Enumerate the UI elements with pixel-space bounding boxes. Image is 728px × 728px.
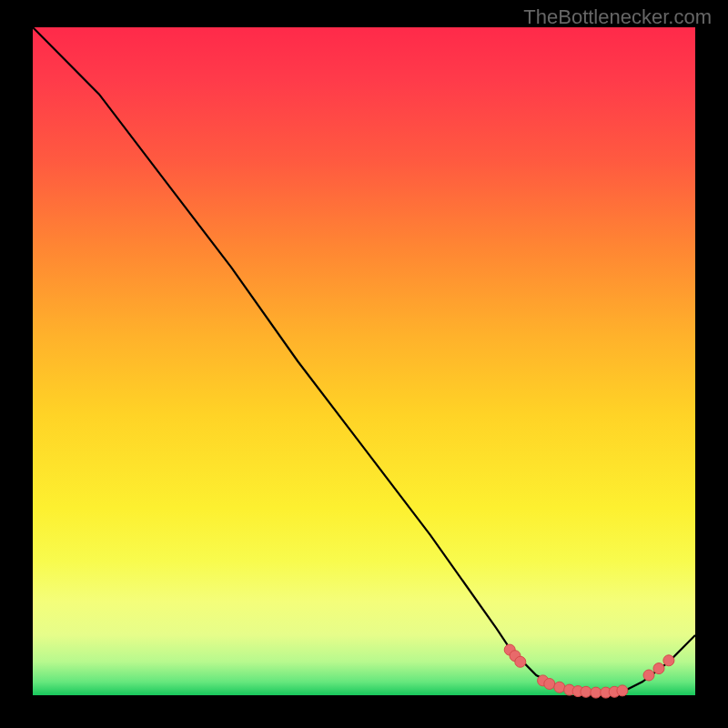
marker-group xyxy=(504,644,674,698)
marker-point xyxy=(617,685,628,696)
marker-point xyxy=(591,687,602,698)
marker-point xyxy=(515,656,526,667)
marker-point xyxy=(663,655,674,666)
marker-point xyxy=(653,663,664,674)
marker-point xyxy=(554,682,565,693)
marker-point xyxy=(581,686,592,697)
watermark-text: TheBottlenecker.com xyxy=(523,5,712,29)
bottleneck-curve xyxy=(33,27,695,695)
marker-point xyxy=(544,679,555,690)
chart-svg xyxy=(33,27,695,695)
marker-point xyxy=(643,670,654,681)
chart-container: TheBottlenecker.com xyxy=(0,0,728,728)
plot-area xyxy=(33,27,695,695)
